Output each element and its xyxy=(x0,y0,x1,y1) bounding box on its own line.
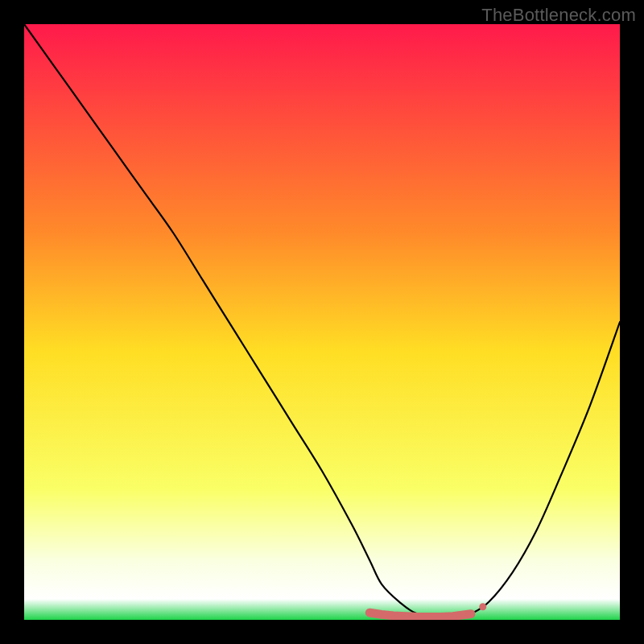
watermark-text: TheBottleneck.com xyxy=(481,5,636,26)
optimal-zone-band xyxy=(369,613,471,617)
bottleneck-curve xyxy=(24,24,620,617)
optimal-zone-markers xyxy=(369,603,486,617)
optimal-zone-end-dot xyxy=(479,603,486,610)
curve-layer xyxy=(24,24,620,620)
plot-area xyxy=(24,24,620,620)
chart-container: TheBottleneck.com xyxy=(0,0,644,644)
